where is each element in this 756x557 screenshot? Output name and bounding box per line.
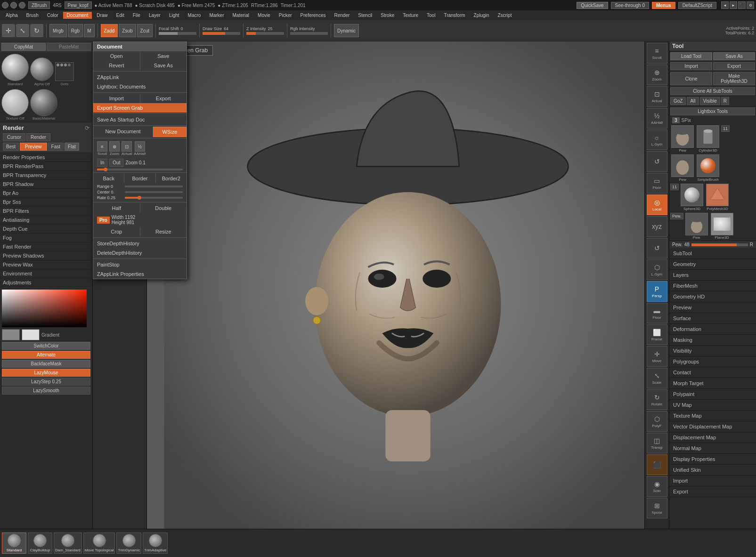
material-texture-off[interactable]: Texture Off [1, 89, 29, 121]
lightbox-tools-button[interactable]: Lightbox Tools [670, 107, 755, 115]
lazystep-button[interactable]: LazyStep 0.25 [2, 378, 90, 386]
active-tool-label[interactable]: Pew_kopf [65, 1, 92, 9]
menus-button[interactable]: Menus [652, 2, 675, 9]
pro-button[interactable]: Pro [97, 217, 110, 224]
lightbox-docs-button[interactable]: Lightbox: Documents [93, 82, 187, 91]
import-tool-button[interactable]: Import [670, 62, 712, 70]
menu-zplugin[interactable]: Zplugin [470, 12, 493, 19]
menu-marker[interactable]: Marker [205, 12, 228, 19]
backface-button[interactable]: BackfaceMask [2, 360, 90, 368]
zapplink-props-button[interactable]: ZAppLink Properties [93, 269, 187, 279]
polypaint-item[interactable]: Polypaint [669, 389, 756, 400]
menu-file[interactable]: File [129, 12, 144, 19]
revert-button[interactable]: Revert [93, 61, 140, 70]
nav-prev-icon[interactable]: ◄ [721, 1, 729, 9]
lgym2-btn[interactable]: ⬡L.Gym [647, 259, 667, 280]
contact-item[interactable]: Contact [669, 367, 756, 378]
move-icon[interactable]: ✛ [2, 24, 15, 37]
bpr-filters[interactable]: BPR Filters [0, 207, 92, 216]
vector-displacement-item[interactable]: Vector Displacement Map [669, 421, 756, 432]
surface-item[interactable]: Surface [669, 313, 756, 324]
menu-alpha[interactable]: Alpha [2, 12, 22, 19]
settings-icon[interactable]: ⚙ [747, 1, 754, 9]
aahalf-btn[interactable]: ½AAHalf [647, 108, 667, 129]
subtool-item[interactable]: SubTool [669, 248, 756, 259]
clone-button[interactable]: Clone [670, 72, 712, 85]
depth-cue[interactable]: Depth Cue [0, 225, 92, 234]
polyf-btn[interactable]: ⬡PolyF [647, 411, 667, 432]
bpr-shadow[interactable]: BPR Shadow [0, 180, 92, 189]
pastemat-button[interactable]: PasteMat [47, 43, 91, 51]
render-expand-icon[interactable]: ⟳ [85, 125, 89, 131]
material-dots[interactable]: Dots [55, 54, 74, 86]
double-button[interactable]: Double [140, 203, 187, 213]
seethrough-button[interactable]: See-through 0 [611, 2, 649, 9]
menu-movie[interactable]: Movie [254, 12, 274, 19]
pew-slider[interactable] [691, 243, 748, 246]
rate-slider[interactable] [125, 197, 183, 199]
preview-item[interactable]: Preview [669, 302, 756, 313]
mrgb-button[interactable]: Mrgb [49, 24, 67, 37]
refresh-btn[interactable]: ↺ [647, 151, 667, 172]
zadd-button[interactable]: Zadd [101, 24, 118, 37]
brush-dam-standard[interactable]: Dam_Standard [54, 533, 82, 554]
fog[interactable]: Fog [0, 234, 92, 242]
dynamic-button[interactable]: Dynamic [334, 24, 359, 37]
half-button[interactable]: Half [93, 203, 140, 213]
lazymouse-button[interactable]: LazyMouse [2, 369, 90, 377]
border-button[interactable]: Border [124, 174, 155, 183]
flat-button[interactable]: Flat [65, 143, 79, 151]
center-slider[interactable] [125, 191, 183, 193]
render-button[interactable]: Render [26, 133, 50, 141]
visible-button[interactable]: Visible [700, 97, 720, 105]
antialiasing[interactable]: Antialiasing [0, 216, 92, 225]
resize-button[interactable]: Resize [140, 227, 187, 236]
lazysmooth-button[interactable]: LazySmooth [2, 387, 90, 395]
load-tool-button[interactable]: Load Tool [670, 52, 712, 60]
import-button[interactable]: Import [93, 94, 140, 103]
open-button[interactable]: Open [93, 51, 140, 61]
aahalf-icon-btn[interactable]: ½ AAHalf [134, 141, 146, 156]
zoom-icon-btn[interactable]: ⊕ Zoom [109, 141, 120, 156]
all-button[interactable]: All [687, 97, 699, 105]
thumb-cylinder[interactable]: Cylinder3D [696, 125, 720, 153]
scroll-icon-btn[interactable]: ≡ Scroll [97, 141, 107, 156]
thumb-polymesh[interactable]: PolyMesh3D [705, 184, 730, 211]
material-alpha-off[interactable]: Alpha Off [30, 54, 54, 86]
quicksave-button[interactable]: QuickSave [577, 2, 608, 9]
store-depth-button[interactable]: StoreDepthHistory [93, 239, 187, 248]
zapplink-button[interactable]: ZAppLink [93, 73, 187, 82]
default-script-button[interactable]: DefaultZScript [678, 2, 716, 9]
preview-wax[interactable]: Preview Wax [0, 260, 92, 269]
actual-btn[interactable]: ⊡Actual [647, 86, 667, 107]
z-intensity-slider[interactable] [246, 32, 284, 35]
close-btn[interactable] [2, 2, 8, 8]
zoom-btn[interactable]: ⊕Zoom [647, 65, 667, 85]
focal-shift-slider[interactable] [159, 32, 196, 35]
menu-document[interactable]: Document [63, 12, 92, 19]
color-swatch-secondary[interactable] [22, 329, 40, 340]
layers-item[interactable]: Layers [669, 270, 756, 281]
normal-map-item[interactable]: Normal Map [669, 443, 756, 454]
export-screen-grab-button[interactable]: Export Screen Grab [93, 103, 187, 113]
preview-button[interactable]: Preview [20, 143, 47, 151]
crop-button[interactable]: Crop [93, 227, 140, 236]
adjustments[interactable]: Adjustments [0, 278, 92, 287]
displacement-map-item[interactable]: Displacement Map [669, 432, 756, 443]
brush-trimadaptive[interactable]: TrimAdaptive [143, 533, 168, 554]
menu-tool[interactable]: Tool [423, 12, 439, 19]
best-button[interactable]: Best [3, 143, 19, 151]
menu-preferences[interactable]: Preferences [297, 12, 330, 19]
draw-size-slider[interactable] [203, 32, 240, 35]
menu-brush[interactable]: Brush [23, 12, 42, 19]
border2-button[interactable]: Border2 [156, 174, 187, 183]
bpr-renderpass[interactable]: BPR RenderPass [0, 162, 92, 171]
visibility-item[interactable]: Visibility [669, 346, 756, 356]
menu-material[interactable]: Material [229, 12, 253, 19]
ghost-btn[interactable]: ⬛ [647, 454, 667, 475]
brush-standard[interactable]: Standard [2, 533, 26, 554]
save-as-tool-button[interactable]: Save As [713, 52, 755, 60]
scale-btn[interactable]: ⤡Scale [647, 368, 667, 388]
alternate-button[interactable]: Alternate [2, 351, 90, 359]
range-slider[interactable] [125, 186, 183, 187]
